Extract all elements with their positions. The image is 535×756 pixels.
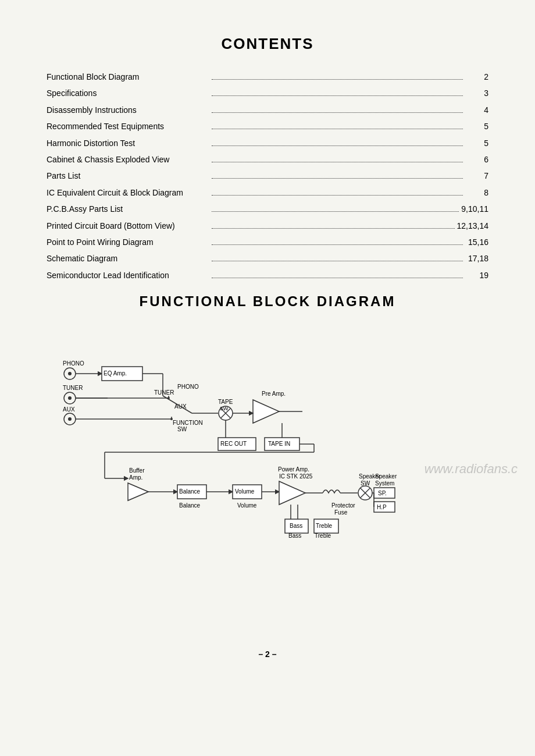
- volume-bottom-label: Volume: [237, 502, 257, 509]
- toc-item: Semiconductor Lead Identification19: [47, 269, 488, 282]
- treble-bottom-label: Treble: [315, 533, 331, 539]
- speaker-system-label: Speaker: [375, 473, 397, 480]
- toc-item: Schematic Diagram17,18: [47, 252, 488, 265]
- toc-item-page: 12,13,14: [457, 219, 489, 232]
- volume-label: Volume: [235, 488, 255, 495]
- power-amp-label: Power Amp.: [278, 466, 309, 473]
- toc-item-label: Point to Point Wiring Diagram: [47, 236, 209, 249]
- fuse-label: Fuse: [334, 509, 348, 516]
- toc-item: Disassembly Instructions4: [47, 104, 488, 116]
- toc-item-label: Harmonic Distortion Test: [47, 137, 209, 150]
- tuner-sw-label: TUNER: [154, 389, 174, 396]
- diagram-area: PHONO EQ Amp. TUNER TUNER: [47, 327, 488, 632]
- toc-item-label: Disassembly Instructions: [47, 104, 209, 116]
- block-diagram-svg: PHONO EQ Amp. TUNER TUNER: [47, 327, 488, 630]
- toc-item: Point to Point Wiring Diagram15,16: [47, 236, 488, 249]
- toc-item: Printed Circuit Board (Bottom View)12,13…: [47, 219, 488, 232]
- toc-item: IC Equivalent Circuit & Block Diagram8: [47, 186, 488, 199]
- aux-label: AUX: [63, 406, 75, 413]
- toc-item-label: Functional Block Diagram: [47, 70, 209, 83]
- toc-item-dots: [212, 261, 463, 261]
- toc-item-label: Recommended Test Equipments: [47, 120, 209, 133]
- hp-label: H.P: [377, 504, 387, 510]
- tuner-label-left: TUNER: [63, 385, 83, 391]
- toc-item-dots: [212, 244, 463, 245]
- toc-item-label: Parts List: [47, 169, 209, 182]
- toc-item-label: IC Equivalent Circuit & Block Diagram: [47, 186, 209, 199]
- toc-item-dots: [212, 129, 463, 129]
- toc-item: Recommended Test Equipments5: [47, 120, 488, 133]
- toc-list: Functional Block Diagram2Specifications3…: [47, 70, 488, 282]
- phono-label: PHONO: [63, 360, 84, 367]
- toc-item-label: Printed Circuit Board (Bottom View): [47, 219, 209, 232]
- toc-item-page: 9,10,11: [461, 203, 488, 215]
- contents-section: CONTENTS Functional Block Diagram2Specif…: [47, 35, 488, 282]
- toc-item-page: 5: [465, 137, 488, 150]
- page-number: – 2 –: [47, 649, 488, 659]
- fbd-title: FUNCTIONAL BLOCK DIAGRAM: [47, 293, 488, 310]
- inductor-symbol: [323, 490, 340, 493]
- toc-item-page: 4: [465, 104, 488, 116]
- contents-title: CONTENTS: [47, 35, 488, 53]
- toc-item: Harmonic Distortion Test5: [47, 137, 488, 150]
- toc-item-label: Cabinet & Chassis Exploded View: [47, 153, 209, 166]
- toc-item-dots: [212, 211, 459, 212]
- toc-item-page: 2: [465, 70, 488, 83]
- toc-item: Parts List7: [47, 169, 488, 182]
- toc-item-page: 15,16: [465, 236, 488, 249]
- toc-item-dots: [212, 228, 455, 229]
- buffer-amp-triangle: [128, 483, 148, 501]
- toc-item-page: 6: [465, 153, 488, 166]
- toc-item-page: 17,18: [465, 252, 488, 265]
- toc-item-dots: [212, 145, 463, 146]
- bass-bottom-label: Bass: [288, 533, 301, 539]
- toc-item: Cabinet & Chassis Exploded View6: [47, 153, 488, 166]
- tuner-connector-dot: [68, 396, 72, 400]
- toc-item: P.C.B.Assy Parts List9,10,11: [47, 203, 488, 215]
- toc-item-page: 3: [465, 87, 488, 100]
- pre-amp-label: Pre Amp.: [262, 391, 286, 397]
- toc-item-label: Specifications: [47, 87, 209, 100]
- function-sw-label: FUNCTION: [173, 420, 203, 426]
- toc-item-dots: [212, 95, 463, 96]
- toc-item-page: 5: [465, 120, 488, 133]
- tape-sw-label: TAPE: [218, 399, 233, 405]
- function-sw-label2: SW: [177, 426, 187, 432]
- rec-out-label: REC OUT: [220, 441, 247, 447]
- phono-sw-label: PHONO: [177, 384, 199, 390]
- toc-item-dots: [212, 178, 463, 179]
- toc-item-dots: [212, 162, 463, 162]
- fbd-section: FUNCTIONAL BLOCK DIAGRAM PHONO EQ Amp. T…: [47, 293, 488, 632]
- balance-label: Balance: [179, 488, 201, 495]
- power-amp-ic-label: IC STK 2025: [279, 473, 313, 480]
- sp-label: SP.: [378, 490, 387, 496]
- protector-label: Protector: [331, 502, 355, 509]
- page: CONTENTS Functional Block Diagram2Specif…: [0, 0, 535, 756]
- balance-bottom-label: Balance: [179, 502, 201, 509]
- treble-label: Treble: [316, 523, 332, 529]
- toc-item-label: P.C.B.Assy Parts List: [47, 203, 209, 215]
- buffer-amp-label2: Amp.: [129, 474, 142, 481]
- toc-item-page: 19: [465, 269, 488, 282]
- sel-out-line: [163, 396, 192, 413]
- pre-amp-triangle: [253, 400, 279, 423]
- toc-item-dots: [212, 112, 463, 113]
- tape-sw-label2: SW: [220, 406, 229, 411]
- toc-item: Specifications3: [47, 87, 488, 100]
- aux-connector-dot: [68, 417, 72, 421]
- toc-item-label: Semiconductor Lead Identification: [47, 269, 209, 282]
- power-amp-triangle: [279, 481, 305, 505]
- tape-in-label: TAPE IN: [268, 441, 290, 447]
- toc-item-label: Schematic Diagram: [47, 252, 209, 265]
- toc-item-dots: [212, 195, 463, 196]
- toc-item-dots: [212, 79, 463, 80]
- toc-item-page: 7: [465, 169, 488, 182]
- eq-amp-label: EQ Amp.: [104, 370, 127, 377]
- bass-label: Bass: [290, 523, 302, 529]
- speaker-system-label2: System: [375, 480, 394, 487]
- speaker-sw-label2: SW: [361, 480, 370, 487]
- toc-item-page: 8: [465, 186, 488, 199]
- toc-item: Functional Block Diagram2: [47, 70, 488, 83]
- phono-connector-dot: [68, 372, 72, 375]
- toc-item-dots: [212, 278, 463, 278]
